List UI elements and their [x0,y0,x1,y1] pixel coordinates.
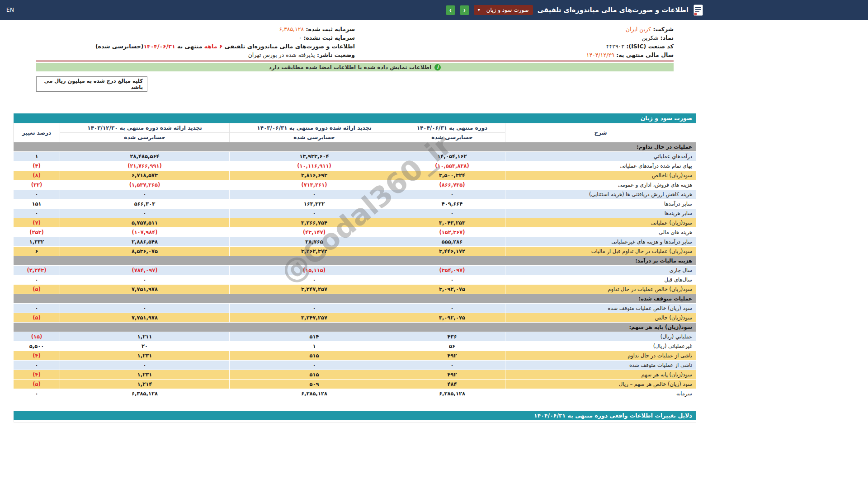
audited-label: حسابرسی شده [399,133,505,142]
value-cell: ۵۶ [399,342,505,351]
company-col-right: شرکت: كربن ايراننماد: شكربنکد صنعت (ISIC… [355,25,674,59]
prev-statement-button[interactable]: ‹ [460,5,469,15]
data-row: ناشی از عملیات متوقف شده۰۰۰۰ [14,361,696,370]
row-label: ناشی از عملیات در حال تداوم [505,351,696,361]
row-label: سرمایه [505,389,696,399]
company-info-row: سرمایه ثبت شده: ۶,۳۸۵,۱۲۸ [36,25,355,33]
company-col-left: سرمایه ثبت شده: ۶,۳۸۵,۱۲۸سرمایه ثبت نشده… [36,25,355,59]
company-info-row: کد صنعت (ISIC): ۴۴۲۹۰۳ [355,42,674,51]
data-row: سایر درآمدها۴۰۹,۶۶۴۱۶۳,۳۲۲۵۶۶,۳۰۳۱۵۱ [14,199,696,209]
value-cell: ۱۶۳,۳۲۲ [230,199,399,209]
value-cell: (۷۸۴,۰۹۷) [60,266,230,275]
field-value: پذیرفته شده در بورس تهران [248,52,315,58]
income-statement-table: شرح دوره منتهی به ۱۴۰۴/۰۶/۳۱ تجدید ارائه… [13,123,696,399]
value-cell: ۳,۲۴۷,۲۵۷ [230,285,399,294]
value-cell: ۳,۰۴۳,۲۵۳ [399,218,505,228]
change-cell: (۲۲) [14,180,60,190]
change-cell: (۲۵۳) [14,228,60,237]
value-cell: ۴۰۹,۶۶۴ [399,199,505,209]
company-info-grid: شرکت: كربن ايراننماد: شكربنکد صنعت (ISIC… [36,25,674,59]
value-cell: ۶,۳۸۵,۱۲۸ [60,389,230,399]
row-label: سال جاری [505,266,696,275]
language-toggle[interactable]: EN [6,7,14,13]
value-cell: ۵۱۴ [230,332,399,342]
data-row: هزینه کاهش ارزش دریافتنی ها (هزینه استثن… [14,190,696,199]
value-cell: ۵,۷۵۷,۵۱۱ [60,218,230,228]
company-info-row: شرکت: كربن ايران [355,25,674,33]
company-info-row: اطلاعات و صورت‌های مالی میاندوره‌ای تلفی… [36,42,355,51]
section-label: عملیات در حال تداوم: [14,142,696,152]
top-navbar-content: اطلاعات و صورت‌های مالی میاندوره‌ای تلفی… [0,0,710,20]
next-statement-button[interactable]: › [446,5,455,15]
data-row: سود(زیان) خالص۳,۰۹۲,۰۷۵۳,۲۴۷,۲۵۷۷,۷۵۱,۹۷… [14,313,696,323]
value-cell: ۱,۲۱۴ [60,380,230,389]
highlighted-text: ۱۴۰۴/۰۶/۳۱ [143,43,175,50]
row-label: سایر درآمدها [505,199,696,209]
data-row: سود(زیان) خالص عملیات در حال تداوم۳,۰۹۲,… [14,285,696,294]
field-value: كربن ايران [626,26,651,33]
audited-label: حسابرسی شده [230,133,399,142]
value-cell: ۶,۷۱۸,۵۷۳ [60,171,230,180]
value-cell: ۳,۸۱۶,۶۹۳ [230,171,399,180]
value-cell: (۱۵۲,۳۶۷) [399,228,505,237]
value-cell: ۱۳,۹۳۳,۶۰۴ [230,152,399,161]
section-header-row: عملیات در حال تداوم: [14,142,696,152]
value-cell: ۴۳۶ [399,332,505,342]
footer-strip [14,420,696,422]
data-row: سایر درآمدها و هزینه های غیرعملیاتی۵۵۵,۲… [14,237,696,247]
page-title: اطلاعات و صورت‌های مالی میاندوره‌ای تلفی… [538,6,689,14]
field-value: ۱۴۰۴/۱۲/۲۹ [586,52,614,58]
data-row: سود(زیان) ناخالص۳,۵۰۰,۳۲۴۳,۸۱۶,۶۹۳۶,۷۱۸,… [14,171,696,180]
value-cell: ۱,۲۱۱ [60,332,230,342]
value-cell: ۰ [399,275,505,285]
data-row: ناشی از عملیات در حال تداوم۴۹۲۵۱۵۱,۲۳۱(۴… [14,351,696,361]
row-label: هزینه کاهش ارزش دریافتنی ها (هزینه استثن… [505,190,696,199]
value-cell: ۴۹۲ [399,370,505,380]
value-cell: ۰ [60,361,230,370]
value-cell: ۳,۰۹۲,۰۷۵ [399,285,505,294]
value-cell: ۳,۲۶۶,۷۵۴ [230,218,399,228]
statement-select[interactable]: صورت سود و زیان ▾ [474,5,533,15]
income-statement-section: صورت سود و زیان شرح دوره منتهی به ۱۴۰۴/۰… [14,113,696,399]
section-label: عملیات متوقف شده: [14,294,696,304]
value-cell: ۰ [399,190,505,199]
value-cell: (۱۰,۵۵۳,۸۳۸) [399,161,505,171]
value-cell: (۴۳,۱۴۷) [230,228,399,237]
change-cell: ۰ [14,209,60,218]
field-label: کد صنعت (ISIC): [624,43,674,50]
value-cell: ۰ [399,304,505,313]
data-row: بهای تمام شده درآمدهای عملیاتی(۱۰,۵۵۳,۸۳… [14,161,696,171]
value-cell: ۴۹۲ [399,351,505,361]
value-cell: ۰ [399,361,505,370]
section-header-row: عملیات متوقف شده: [14,294,696,304]
value-cell: ۰ [60,209,230,218]
value-cell: ۳,۲۶۲,۳۷۲ [230,247,399,256]
row-label: سال‌های قبل [505,275,696,285]
change-cell: ۱۵۱ [14,199,60,209]
value-cell: ۲۰ [60,342,230,351]
value-cell: ۱۴,۰۵۴,۱۶۲ [399,152,505,161]
value-cell: ۰ [230,275,399,285]
row-label: سود(زیان) پایه هر سهم [505,370,696,380]
info-icon: i [434,64,441,70]
value-cell: ۳۸,۷۶۵ [230,237,399,247]
data-row: سود(زیان) عملیاتی۳,۰۴۳,۲۵۳۳,۲۶۶,۷۵۴۵,۷۵۷… [14,218,696,228]
section-header-row: هزینه مالیات بر درآمد: [14,256,696,266]
pl-table-body: عملیات در حال تداوم:درآمدهاي عملياتي۱۴,۰… [14,142,696,399]
change-cell: (۸) [14,171,60,180]
value-cell: ۳,۴۴۶,۱۷۲ [399,247,505,256]
field-text: (حسابرسی شده) [95,43,144,50]
row-label: سایر درآمدها و هزینه های غیرعملیاتی [505,237,696,247]
change-cell: ۵,۵۰۰ [14,342,60,351]
row-label: سایر هزینه‌ها [505,209,696,218]
value-cell: ۰ [60,190,230,199]
value-cell: (۱۰,۱۱۶,۹۱۱) [230,161,399,171]
section-label: هزینه مالیات بر درآمد: [14,256,696,266]
chevron-down-icon: ▾ [478,8,480,12]
field-label: سرمایه ثبت نشده: [302,34,355,41]
value-cell: ۰ [230,304,399,313]
section-header-row: سود(زیان) پایه هر سهم: [14,323,696,332]
row-label: هزینه های فروش، اداری و عمومی [505,180,696,190]
data-row: سال‌های قبل۰۰۰۰ [14,275,696,285]
top-navbar: اطلاعات و صورت‌های مالی میاندوره‌ای تلفی… [0,0,868,20]
